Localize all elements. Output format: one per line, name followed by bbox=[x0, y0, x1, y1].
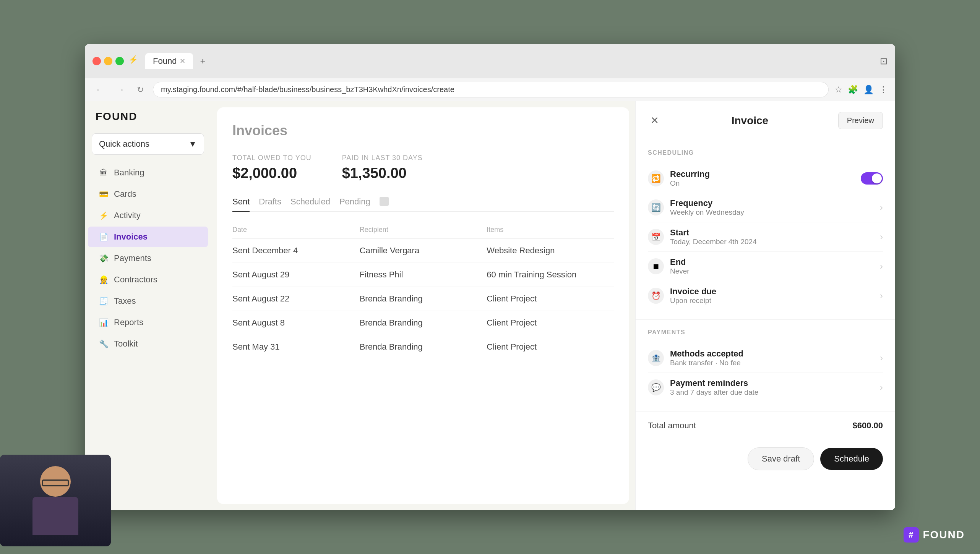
close-button[interactable]: ✕ bbox=[648, 114, 662, 128]
frequency-text: Frequency Weekly on Wednesday bbox=[670, 198, 880, 217]
sidebar-item-invoices[interactable]: 📄 Invoices bbox=[88, 227, 208, 247]
save-draft-button[interactable]: Save draft bbox=[748, 447, 814, 470]
tab-drafts[interactable]: Drafts bbox=[259, 197, 281, 212]
owed-value: $2,000.00 bbox=[232, 165, 312, 181]
end-icon: ⏹ bbox=[648, 258, 664, 274]
start-chevron: › bbox=[880, 232, 883, 242]
profile-icon[interactable]: 👤 bbox=[863, 85, 874, 95]
frequency-value: Weekly on Wednesday bbox=[670, 208, 880, 217]
preview-button[interactable]: Preview bbox=[838, 112, 883, 129]
end-value: Never bbox=[670, 267, 880, 275]
row-date: Sent May 31 bbox=[232, 342, 360, 352]
methods-value: Bank transfer · No fee bbox=[670, 359, 880, 367]
row-date: Sent August 29 bbox=[232, 270, 360, 280]
cards-icon: 💳 bbox=[99, 189, 109, 199]
reminders-value: 3 and 7 days after due date bbox=[670, 388, 880, 397]
row-items: Client Project bbox=[487, 342, 614, 352]
schedule-button[interactable]: Schedule bbox=[820, 448, 883, 470]
invoice-panel-title: Invoice bbox=[662, 115, 838, 127]
row-date: Sent August 8 bbox=[232, 318, 360, 328]
tab-sent[interactable]: Sent bbox=[232, 197, 250, 212]
recurring-text: Recurring On bbox=[670, 169, 861, 188]
invoice-tabs: Sent Drafts Scheduled Pending bbox=[232, 197, 614, 212]
maximize-icon[interactable]: ⊡ bbox=[880, 56, 888, 66]
tab-scheduled[interactable]: Scheduled bbox=[290, 197, 330, 212]
new-tab-button[interactable]: + bbox=[196, 54, 209, 68]
toggle-knob bbox=[872, 173, 882, 183]
invoice-due-chevron: › bbox=[880, 290, 883, 301]
invoice-panel-header: ✕ Invoice Preview bbox=[636, 101, 895, 140]
main-content: Invoices TOTAL OWED TO YOU $2,000.00 PAI… bbox=[211, 101, 635, 510]
sidebar-item-payments[interactable]: 💸 Payments bbox=[88, 248, 208, 269]
sidebar-logo: FOUND bbox=[85, 110, 211, 133]
found-watermark-logo: # bbox=[904, 527, 919, 543]
contractors-icon: 👷 bbox=[99, 275, 109, 285]
invoice-due-text: Invoice due Upon receipt bbox=[670, 287, 880, 305]
methods-label: Methods accepted bbox=[670, 349, 880, 359]
banking-label: Banking bbox=[114, 168, 144, 178]
sidebar-item-banking[interactable]: 🏛 Banking bbox=[88, 162, 208, 183]
payments-section: PAYMENTS 🏦 Methods accepted Bank transfe… bbox=[636, 320, 895, 411]
table-row[interactable]: Sent May 31 Brenda Branding Client Proje… bbox=[232, 335, 614, 359]
menu-icon[interactable]: ⋮ bbox=[879, 85, 888, 95]
end-label: End bbox=[670, 257, 880, 267]
owed-stat: TOTAL OWED TO YOU $2,000.00 bbox=[232, 154, 312, 181]
table-row[interactable]: Sent December 4 Camille Vergara Website … bbox=[232, 239, 614, 263]
paid-label: PAID IN LAST 30 DAYS bbox=[342, 154, 423, 162]
start-label: Start bbox=[670, 228, 880, 238]
reminders-row[interactable]: 💬 Payment reminders 3 and 7 days after d… bbox=[648, 373, 883, 402]
table-row[interactable]: Sent August 22 Brenda Branding Client Pr… bbox=[232, 287, 614, 311]
tab-title: Found bbox=[153, 56, 177, 66]
scheduling-label: SCHEDULING bbox=[648, 149, 883, 156]
back-button[interactable]: ← bbox=[92, 83, 107, 96]
start-row[interactable]: 📅 Start Today, December 4th 2024 › bbox=[648, 222, 883, 252]
recurring-toggle[interactable] bbox=[861, 172, 883, 185]
tab-close-icon[interactable]: ✕ bbox=[180, 57, 185, 65]
invoices-label: Invoices bbox=[114, 232, 148, 242]
reload-button[interactable]: ↻ bbox=[134, 83, 147, 96]
action-buttons: Save draft Schedule bbox=[636, 440, 895, 483]
table-row[interactable]: Sent August 8 Brenda Branding Client Pro… bbox=[232, 311, 614, 335]
end-row[interactable]: ⏹ End Never › bbox=[648, 252, 883, 281]
table-header: Date Recipient Items bbox=[232, 223, 614, 239]
row-items: 60 min Training Session bbox=[487, 270, 614, 280]
invoice-due-value: Upon receipt bbox=[670, 296, 880, 305]
start-text: Start Today, December 4th 2024 bbox=[670, 228, 880, 246]
start-value: Today, December 4th 2024 bbox=[670, 238, 880, 246]
frequency-row[interactable]: 🔄 Frequency Weekly on Wednesday › bbox=[648, 193, 883, 222]
quick-actions-label: Quick actions bbox=[99, 139, 149, 149]
total-section: Total amount $600.00 bbox=[636, 411, 895, 440]
sidebar-item-reports[interactable]: 📊 Reports bbox=[88, 312, 208, 333]
extensions-icon[interactable]: 🧩 bbox=[848, 85, 858, 95]
stats-row: TOTAL OWED TO YOU $2,000.00 PAID IN LAST… bbox=[232, 154, 614, 181]
end-text: End Never bbox=[670, 257, 880, 275]
bookmark-icon[interactable]: ☆ bbox=[835, 85, 842, 95]
methods-row[interactable]: 🏦 Methods accepted Bank transfer · No fe… bbox=[648, 343, 883, 373]
sidebar-item-activity[interactable]: ⚡ Activity bbox=[88, 205, 208, 226]
banking-icon: 🏛 bbox=[99, 168, 109, 178]
sidebar-item-taxes[interactable]: 🧾 Taxes bbox=[88, 291, 208, 311]
invoices-icon: 📄 bbox=[99, 232, 109, 242]
webcam-overlay bbox=[85, 455, 111, 510]
owed-label: TOTAL OWED TO YOU bbox=[232, 154, 312, 162]
invoice-due-row[interactable]: ⏰ Invoice due Upon receipt › bbox=[648, 281, 883, 310]
active-tab[interactable]: Found ✕ bbox=[145, 53, 193, 69]
quick-actions-button[interactable]: Quick actions ▼ bbox=[92, 133, 204, 155]
tab-pending[interactable]: Pending bbox=[339, 197, 370, 212]
start-icon: 📅 bbox=[648, 229, 664, 245]
browser-logo: ⚡ bbox=[128, 55, 141, 67]
quick-actions-chevron: ▼ bbox=[188, 139, 197, 149]
total-label: Total amount bbox=[648, 421, 696, 431]
minimize-traffic-light[interactable] bbox=[104, 57, 112, 65]
forward-button[interactable]: → bbox=[113, 83, 128, 96]
row-items: Client Project bbox=[487, 318, 614, 328]
total-value: $600.00 bbox=[852, 421, 883, 431]
sidebar-item-toolkit[interactable]: 🔧 Toolkit bbox=[88, 334, 208, 354]
fullscreen-traffic-light[interactable] bbox=[115, 57, 124, 65]
table-row[interactable]: Sent August 29 Fitness Phil 60 min Train… bbox=[232, 263, 614, 287]
row-recipient: Fitness Phil bbox=[360, 270, 487, 280]
sidebar-item-cards[interactable]: 💳 Cards bbox=[88, 184, 208, 204]
sidebar-item-contractors[interactable]: 👷 Contractors bbox=[88, 269, 208, 290]
close-traffic-light[interactable] bbox=[92, 57, 101, 65]
address-bar[interactable]: my.staging.found.com/#/half-blade/busine… bbox=[153, 82, 829, 97]
